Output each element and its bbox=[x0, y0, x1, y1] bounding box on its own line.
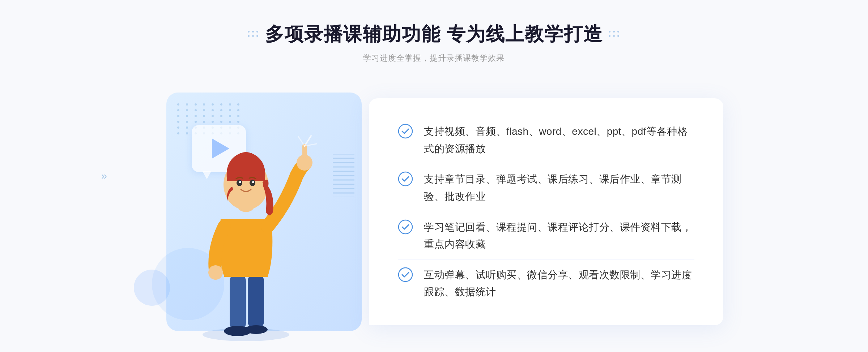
svg-point-31 bbox=[399, 268, 412, 282]
person-figure bbox=[174, 118, 318, 342]
svg-point-12 bbox=[239, 181, 241, 183]
feature-item-3: 学习笔记回看、课程提问、课程评论打分、课件资料下载，重点内容收藏 bbox=[398, 212, 694, 259]
check-circle-icon-4 bbox=[398, 267, 413, 282]
svg-rect-1 bbox=[230, 273, 246, 331]
illustration-wrapper bbox=[145, 82, 376, 342]
svg-point-28 bbox=[399, 124, 412, 138]
header-dots-left bbox=[248, 31, 259, 38]
feature-item-2: 支持章节目录、弹题考试、课后练习、课后作业、章节测验、批改作业 bbox=[398, 164, 694, 211]
feature-text-1: 支持视频、音频、flash、word、excel、ppt、pdf等各种格式的资源… bbox=[424, 123, 694, 157]
svg-point-30 bbox=[399, 220, 412, 234]
features-panel: 支持视频、音频、flash、word、excel、ppt、pdf等各种格式的资源… bbox=[369, 98, 723, 325]
feature-item-1: 支持视频、音频、flash、word、excel、ppt、pdf等各种格式的资源… bbox=[398, 116, 694, 164]
deco-stripes bbox=[333, 154, 354, 197]
svg-point-13 bbox=[252, 181, 254, 183]
header-title-row: 多项录播课辅助功能 专为线上教学打造 bbox=[248, 22, 620, 47]
header-dots-right bbox=[609, 31, 620, 38]
feature-text-3: 学习笔记回看、课程提问、课程评论打分、课件资料下载，重点内容收藏 bbox=[424, 219, 694, 253]
check-circle-icon-3 bbox=[398, 219, 413, 235]
left-arrows-decoration: » bbox=[101, 171, 107, 181]
deco-circle-small bbox=[134, 270, 170, 306]
page-container: » 多项录播课辅助功能 专为线上教学打造 学习进度全掌握，提升录播课教学效果 bbox=[0, 0, 868, 352]
svg-rect-2 bbox=[248, 273, 264, 329]
svg-point-29 bbox=[399, 172, 412, 186]
svg-point-4 bbox=[244, 325, 268, 334]
svg-line-16 bbox=[298, 137, 305, 146]
main-content: 支持视频、音频、flash、word、excel、ppt、pdf等各种格式的资源… bbox=[145, 82, 723, 342]
page-title: 多项录播课辅助功能 专为线上教学打造 bbox=[265, 22, 603, 47]
feature-text-2: 支持章节目录、弹题考试、课后练习、课后作业、章节测验、批改作业 bbox=[424, 171, 694, 205]
check-circle-icon-1 bbox=[398, 124, 413, 139]
page-subtitle: 学习进度全掌握，提升录播课教学效果 bbox=[248, 53, 620, 64]
svg-point-7 bbox=[208, 265, 223, 280]
feature-item-4: 互动弹幕、试听购买、微信分享、观看次数限制、学习进度跟踪、数据统计 bbox=[398, 259, 694, 307]
chevron-right-icon: » bbox=[101, 171, 107, 181]
check-circle-icon-2 bbox=[398, 171, 413, 186]
feature-text-4: 互动弹幕、试听购买、微信分享、观看次数限制、学习进度跟踪、数据统计 bbox=[424, 266, 694, 301]
header-section: 多项录播课辅助功能 专为线上教学打造 学习进度全掌握，提升录播课教学效果 bbox=[248, 0, 620, 64]
